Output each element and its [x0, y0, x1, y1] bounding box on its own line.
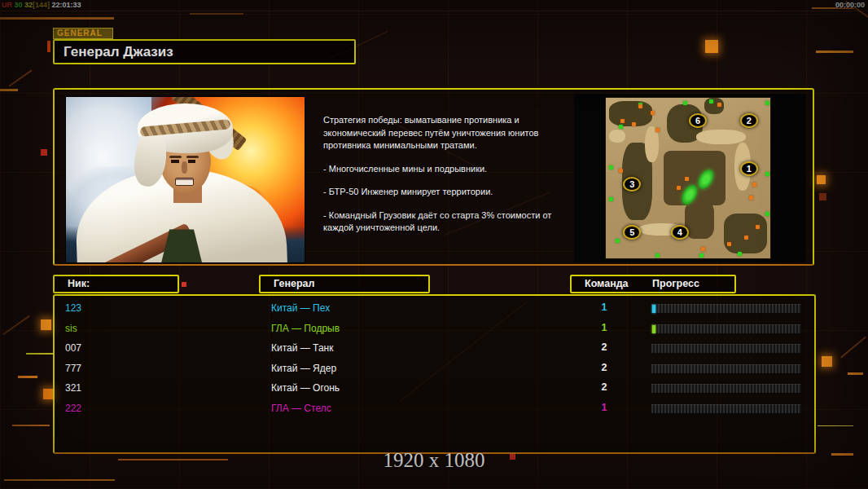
green-resource-dot — [609, 197, 613, 201]
column-header-team: Команда — [585, 276, 629, 292]
debug-segment: 22:01:33 — [52, 1, 81, 9]
progress-bar — [651, 304, 801, 314]
player-team: 1 — [580, 322, 629, 333]
terrain-patch — [696, 130, 746, 144]
circuit-decoration — [41, 319, 51, 330]
circuit-decoration — [47, 41, 50, 52]
minimap: 123456 — [605, 97, 771, 259]
orange-resource-dot — [727, 242, 731, 246]
resolution-label: 1920 x 1080 — [0, 449, 868, 472]
circuit-decoration — [182, 282, 186, 287]
player-nick: sis — [65, 323, 77, 334]
table-row: 007Китай — Танк2 — [55, 339, 814, 359]
circuit-decoration — [817, 175, 826, 184]
circuit-decoration — [41, 149, 47, 156]
circuit-decoration — [190, 13, 243, 15]
circuit-decoration — [840, 336, 866, 358]
green-resource-dot — [616, 239, 620, 243]
match-timer: 00:00:00 — [835, 1, 865, 9]
general-name: Генерал Джазиз — [64, 44, 173, 59]
progress-bar — [651, 344, 801, 354]
spawn-marker-1: 1 — [740, 161, 758, 176]
circuit-decoration — [819, 193, 826, 200]
circuit-decoration — [4, 479, 115, 481]
player-nick: 222 — [65, 403, 81, 414]
circuit-decoration — [0, 89, 18, 91]
circuit-decoration — [9, 69, 33, 86]
strategy-text: Стратегия победы: выматывание противника… — [323, 114, 572, 245]
orange-resource-dot — [638, 104, 642, 108]
circuit-decoration — [12, 425, 50, 426]
player-nick: 777 — [65, 363, 81, 374]
orange-resource-dot — [620, 119, 625, 123]
progress-bar — [651, 404, 801, 414]
table-row: 222ГЛА — Стелс1 — [55, 399, 814, 420]
progress-bar — [651, 384, 801, 394]
table-row: sisГЛА — Подрыв1 — [55, 319, 814, 340]
spawn-marker-4: 4 — [671, 225, 689, 240]
general-portrait — [65, 96, 305, 263]
circuit-decoration — [818, 425, 853, 426]
terrain-patch — [609, 130, 625, 143]
table-row: 321Китай — Огонь2 — [55, 379, 814, 399]
column-header-team-progress: Команда Прогресс — [570, 275, 736, 293]
eye — [188, 160, 196, 163]
debug-overlay: UR 30 32[144] 22:01:33 — [2, 1, 81, 9]
player-general: ГЛА — Подрыв — [271, 323, 340, 334]
minimap-panel: 123456 — [574, 94, 806, 262]
briefing-panel: Стратегия победы: выматывание противника… — [53, 88, 814, 266]
debug-segment: UR — [2, 1, 15, 9]
green-resource-dot — [655, 253, 660, 258]
strategy-paragraph: - БТР-50 Инженер минирует территории. — [323, 186, 572, 199]
progress-bar — [651, 324, 801, 334]
player-team: 2 — [580, 381, 629, 393]
debug-segment: 32 — [24, 1, 33, 9]
orange-resource-dot — [685, 177, 689, 181]
circuit-decoration — [816, 51, 853, 53]
green-resource-dot — [765, 212, 769, 216]
spawn-marker-2: 2 — [740, 113, 758, 128]
orange-resource-dot — [655, 128, 660, 132]
circuit-decoration — [18, 376, 37, 378]
loading-screen: UR 30 32[144] 22:01:33 00:00:00 GENERAL … — [0, 0, 868, 489]
orange-resource-dot — [756, 225, 760, 229]
table-row: 777Китай — Ядер2 — [55, 359, 814, 380]
orange-resource-dot — [744, 236, 748, 240]
eyebrow — [169, 156, 182, 159]
green-resource-dot — [699, 253, 704, 258]
player-general: ГЛА — Стелс — [271, 403, 331, 414]
progress-bar-fill — [652, 305, 655, 313]
player-general: Китай — Танк — [271, 342, 333, 354]
orange-resource-dot — [749, 196, 753, 200]
terrain-patch — [609, 101, 652, 127]
orange-resource-dot — [632, 122, 636, 126]
orange-resource-dot — [752, 183, 756, 187]
debug-segment: [144] — [33, 1, 52, 9]
gritted-teeth — [175, 178, 194, 186]
player-nick: 007 — [65, 342, 81, 354]
strategy-paragraph: - Командный Грузовик даёт со старта 3% с… — [323, 209, 572, 235]
orange-resource-dot — [677, 186, 681, 190]
general-title-box: Генерал Джазиз — [53, 39, 356, 64]
player-team: 1 — [580, 302, 629, 313]
green-resource-dot — [609, 165, 613, 170]
column-header-nick: Ник: — [53, 275, 179, 293]
general-tab-label: GENERAL — [53, 28, 113, 39]
debug-segment: 30 — [15, 1, 25, 9]
orange-resource-dot — [701, 247, 705, 251]
green-resource-dot — [709, 99, 713, 104]
spawn-marker-6: 6 — [689, 113, 707, 128]
player-team: 2 — [580, 362, 629, 373]
strategy-paragraph: - Многочисленные мины и подрывники. — [323, 163, 572, 176]
player-general: Китай — Ядер — [271, 363, 336, 374]
circuit-decoration — [822, 356, 832, 367]
player-nick: 321 — [65, 382, 81, 394]
column-header-general: Генерал — [259, 275, 430, 293]
orange-resource-dot — [619, 169, 623, 173]
eyebrow — [186, 156, 199, 159]
player-table-body: 123Китай — Пех1sisГЛА — Подрыв1007Китай … — [53, 294, 816, 454]
circuit-decoration — [705, 40, 718, 53]
nose-shadow — [182, 161, 187, 174]
circuit-decoration — [26, 353, 54, 355]
orange-resource-dot — [717, 103, 721, 107]
